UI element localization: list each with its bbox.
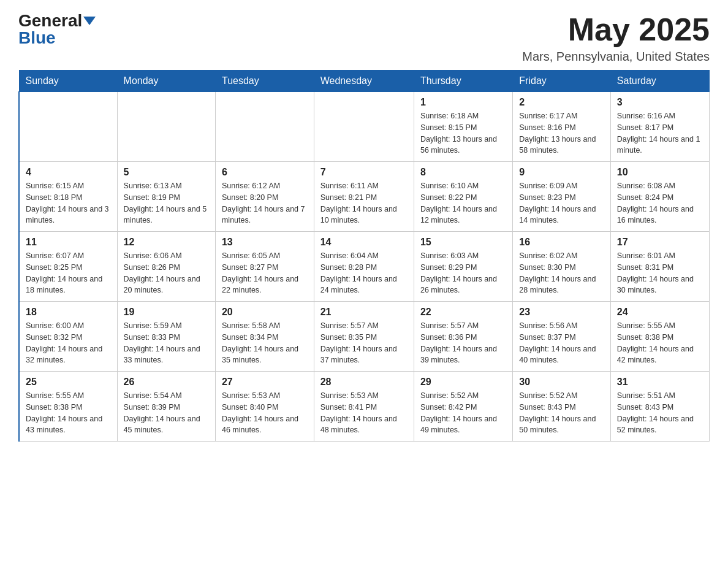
day-number: 6 xyxy=(222,167,308,178)
header-friday: Friday xyxy=(513,71,611,92)
day-number: 17 xyxy=(617,237,703,248)
logo-general-text: General xyxy=(18,12,82,29)
header-tuesday: Tuesday xyxy=(215,71,314,92)
calendar-cell: 21Sunrise: 5:57 AM Sunset: 8:35 PM Dayli… xyxy=(314,302,414,372)
calendar-cell xyxy=(117,92,215,162)
day-info: Sunrise: 6:08 AM Sunset: 8:24 PM Dayligh… xyxy=(617,180,703,226)
calendar-cell: 24Sunrise: 5:55 AM Sunset: 8:38 PM Dayli… xyxy=(610,302,709,372)
day-info: Sunrise: 6:01 AM Sunset: 8:31 PM Dayligh… xyxy=(617,250,703,296)
day-number: 1 xyxy=(420,97,506,108)
day-number: 31 xyxy=(617,377,703,388)
day-number: 5 xyxy=(124,167,209,178)
calendar-cell: 4Sunrise: 6:15 AM Sunset: 8:18 PM Daylig… xyxy=(19,162,117,232)
day-info: Sunrise: 5:54 AM Sunset: 8:39 PM Dayligh… xyxy=(124,390,209,436)
day-info: Sunrise: 5:59 AM Sunset: 8:33 PM Dayligh… xyxy=(124,320,209,366)
calendar-cell: 19Sunrise: 5:59 AM Sunset: 8:33 PM Dayli… xyxy=(117,302,215,372)
calendar-cell: 17Sunrise: 6:01 AM Sunset: 8:31 PM Dayli… xyxy=(610,232,709,302)
calendar-cell: 20Sunrise: 5:58 AM Sunset: 8:34 PM Dayli… xyxy=(215,302,314,372)
calendar-cell xyxy=(215,92,314,162)
day-info: Sunrise: 5:52 AM Sunset: 8:43 PM Dayligh… xyxy=(519,390,604,436)
day-number: 2 xyxy=(519,97,604,108)
calendar-header-row: SundayMondayTuesdayWednesdayThursdayFrid… xyxy=(19,71,710,92)
calendar-week-row: 25Sunrise: 5:55 AM Sunset: 8:38 PM Dayli… xyxy=(19,372,710,442)
calendar-cell xyxy=(19,92,117,162)
day-info: Sunrise: 6:16 AM Sunset: 8:17 PM Dayligh… xyxy=(617,110,703,156)
day-number: 10 xyxy=(617,167,703,178)
calendar-cell: 11Sunrise: 6:07 AM Sunset: 8:25 PM Dayli… xyxy=(19,232,117,302)
calendar-cell: 30Sunrise: 5:52 AM Sunset: 8:43 PM Dayli… xyxy=(513,372,611,442)
header-thursday: Thursday xyxy=(414,71,512,92)
day-info: Sunrise: 6:06 AM Sunset: 8:26 PM Dayligh… xyxy=(124,250,209,296)
day-number: 22 xyxy=(420,307,506,318)
calendar-cell: 12Sunrise: 6:06 AM Sunset: 8:26 PM Dayli… xyxy=(117,232,215,302)
calendar-cell: 13Sunrise: 6:05 AM Sunset: 8:27 PM Dayli… xyxy=(215,232,314,302)
day-info: Sunrise: 6:11 AM Sunset: 8:21 PM Dayligh… xyxy=(320,180,408,226)
calendar-cell: 9Sunrise: 6:09 AM Sunset: 8:23 PM Daylig… xyxy=(513,162,611,232)
header-saturday: Saturday xyxy=(610,71,709,92)
logo: General Blue xyxy=(18,12,96,47)
calendar-week-row: 1Sunrise: 6:18 AM Sunset: 8:15 PM Daylig… xyxy=(19,92,710,162)
day-number: 15 xyxy=(420,237,506,248)
day-info: Sunrise: 5:52 AM Sunset: 8:42 PM Dayligh… xyxy=(420,390,506,436)
day-number: 27 xyxy=(222,377,308,388)
calendar-cell: 31Sunrise: 5:51 AM Sunset: 8:43 PM Dayli… xyxy=(610,372,709,442)
day-info: Sunrise: 6:00 AM Sunset: 8:32 PM Dayligh… xyxy=(26,320,111,366)
calendar-cell: 26Sunrise: 5:54 AM Sunset: 8:39 PM Dayli… xyxy=(117,372,215,442)
calendar-cell: 2Sunrise: 6:17 AM Sunset: 8:16 PM Daylig… xyxy=(513,92,611,162)
calendar-table: SundayMondayTuesdayWednesdayThursdayFrid… xyxy=(18,70,710,442)
calendar-cell: 10Sunrise: 6:08 AM Sunset: 8:24 PM Dayli… xyxy=(610,162,709,232)
logo-blue-text: Blue xyxy=(18,29,56,47)
day-number: 9 xyxy=(519,167,604,178)
day-number: 23 xyxy=(519,307,604,318)
day-number: 30 xyxy=(519,377,604,388)
day-number: 29 xyxy=(420,377,506,388)
calendar-subtitle: Mars, Pennsylvania, United States xyxy=(522,50,710,64)
day-info: Sunrise: 6:18 AM Sunset: 8:15 PM Dayligh… xyxy=(420,110,506,156)
calendar-week-row: 4Sunrise: 6:15 AM Sunset: 8:18 PM Daylig… xyxy=(19,162,710,232)
calendar-cell: 29Sunrise: 5:52 AM Sunset: 8:42 PM Dayli… xyxy=(414,372,512,442)
logo-triangle-icon xyxy=(83,17,96,25)
day-number: 12 xyxy=(124,237,209,248)
day-info: Sunrise: 5:55 AM Sunset: 8:38 PM Dayligh… xyxy=(26,390,111,436)
day-number: 26 xyxy=(124,377,209,388)
calendar-week-row: 18Sunrise: 6:00 AM Sunset: 8:32 PM Dayli… xyxy=(19,302,710,372)
day-info: Sunrise: 6:07 AM Sunset: 8:25 PM Dayligh… xyxy=(26,250,111,296)
day-info: Sunrise: 5:53 AM Sunset: 8:41 PM Dayligh… xyxy=(320,390,408,436)
header-sunday: Sunday xyxy=(19,71,117,92)
day-number: 7 xyxy=(320,167,408,178)
calendar-cell: 6Sunrise: 6:12 AM Sunset: 8:20 PM Daylig… xyxy=(215,162,314,232)
day-number: 4 xyxy=(26,167,111,178)
calendar-cell: 14Sunrise: 6:04 AM Sunset: 8:28 PM Dayli… xyxy=(314,232,414,302)
calendar-cell: 22Sunrise: 5:57 AM Sunset: 8:36 PM Dayli… xyxy=(414,302,512,372)
day-number: 14 xyxy=(320,237,408,248)
day-number: 24 xyxy=(617,307,703,318)
calendar-cell: 1Sunrise: 6:18 AM Sunset: 8:15 PM Daylig… xyxy=(414,92,512,162)
day-number: 3 xyxy=(617,97,703,108)
calendar-cell: 5Sunrise: 6:13 AM Sunset: 8:19 PM Daylig… xyxy=(117,162,215,232)
calendar-cell: 23Sunrise: 5:56 AM Sunset: 8:37 PM Dayli… xyxy=(513,302,611,372)
day-info: Sunrise: 5:56 AM Sunset: 8:37 PM Dayligh… xyxy=(519,320,604,366)
day-info: Sunrise: 6:03 AM Sunset: 8:29 PM Dayligh… xyxy=(420,250,506,296)
day-info: Sunrise: 6:13 AM Sunset: 8:19 PM Dayligh… xyxy=(124,180,209,226)
day-number: 11 xyxy=(26,237,111,248)
day-number: 13 xyxy=(222,237,308,248)
day-number: 16 xyxy=(519,237,604,248)
calendar-cell: 28Sunrise: 5:53 AM Sunset: 8:41 PM Dayli… xyxy=(314,372,414,442)
calendar-title: May 2025 xyxy=(522,12,710,47)
header-wednesday: Wednesday xyxy=(314,71,414,92)
day-info: Sunrise: 6:12 AM Sunset: 8:20 PM Dayligh… xyxy=(222,180,308,226)
day-number: 21 xyxy=(320,307,408,318)
day-info: Sunrise: 6:05 AM Sunset: 8:27 PM Dayligh… xyxy=(222,250,308,296)
day-number: 18 xyxy=(26,307,111,318)
calendar-cell: 7Sunrise: 6:11 AM Sunset: 8:21 PM Daylig… xyxy=(314,162,414,232)
header-monday: Monday xyxy=(117,71,215,92)
day-info: Sunrise: 5:53 AM Sunset: 8:40 PM Dayligh… xyxy=(222,390,308,436)
day-info: Sunrise: 5:57 AM Sunset: 8:36 PM Dayligh… xyxy=(420,320,506,366)
calendar-cell xyxy=(314,92,414,162)
calendar-week-row: 11Sunrise: 6:07 AM Sunset: 8:25 PM Dayli… xyxy=(19,232,710,302)
page-header: General Blue May 2025 Mars, Pennsylvania… xyxy=(18,12,710,64)
day-number: 25 xyxy=(26,377,111,388)
day-info: Sunrise: 5:55 AM Sunset: 8:38 PM Dayligh… xyxy=(617,320,703,366)
calendar-cell: 27Sunrise: 5:53 AM Sunset: 8:40 PM Dayli… xyxy=(215,372,314,442)
day-info: Sunrise: 6:10 AM Sunset: 8:22 PM Dayligh… xyxy=(420,180,506,226)
